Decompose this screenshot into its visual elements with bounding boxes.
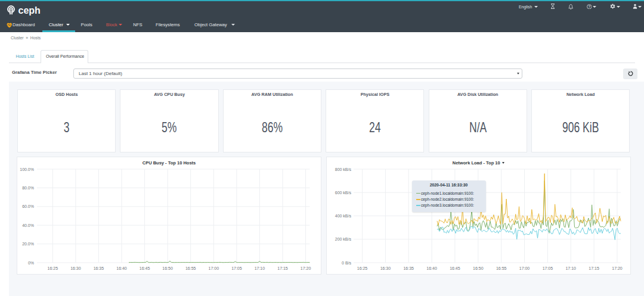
svg-text:17:00: 17:00 xyxy=(209,266,219,270)
svg-text:16:35: 16:35 xyxy=(94,266,104,270)
svg-text:0 B/s: 0 B/s xyxy=(342,261,351,265)
svg-text:80.0%: 80.0% xyxy=(22,186,34,190)
svg-text:17:10: 17:10 xyxy=(565,266,576,270)
svg-text:16:55: 16:55 xyxy=(496,266,506,270)
svg-text:17:05: 17:05 xyxy=(542,266,553,270)
svg-text:16:25: 16:25 xyxy=(48,266,58,270)
svg-text:400 kB/s: 400 kB/s xyxy=(335,214,351,218)
svg-text:40.0%: 40.0% xyxy=(22,223,34,228)
svg-text:17:05: 17:05 xyxy=(231,266,242,270)
svg-text:16:35: 16:35 xyxy=(403,266,414,270)
svg-text:100.0%: 100.0% xyxy=(20,167,34,172)
svg-text:16:45: 16:45 xyxy=(140,266,150,270)
svg-text:16:30: 16:30 xyxy=(380,266,391,270)
svg-text:16:50: 16:50 xyxy=(473,266,484,270)
svg-text:800 kB/s: 800 kB/s xyxy=(335,167,351,172)
svg-text:60.0%: 60.0% xyxy=(22,204,34,208)
svg-text:16:25: 16:25 xyxy=(357,266,367,270)
svg-text:16:40: 16:40 xyxy=(426,266,437,270)
svg-text:17:15: 17:15 xyxy=(589,266,599,270)
svg-text:200 kB/s: 200 kB/s xyxy=(335,237,351,241)
svg-text:17:15: 17:15 xyxy=(277,266,288,270)
svg-text:16:45: 16:45 xyxy=(450,266,460,270)
svg-text:600 kB/s: 600 kB/s xyxy=(335,191,351,195)
svg-text:?: ? xyxy=(588,5,590,8)
svg-text:20.0%: 20.0% xyxy=(22,242,34,246)
svg-text:0%: 0% xyxy=(28,261,34,265)
svg-text:17:20: 17:20 xyxy=(612,266,623,270)
svg-text:17:00: 17:00 xyxy=(519,266,530,270)
svg-text:17:20: 17:20 xyxy=(301,266,311,270)
svg-text:16:55: 16:55 xyxy=(185,266,196,270)
svg-text:16:40: 16:40 xyxy=(116,266,127,270)
svg-text:16:30: 16:30 xyxy=(70,266,81,270)
svg-text:16:50: 16:50 xyxy=(162,266,173,270)
svg-text:17:10: 17:10 xyxy=(255,266,265,270)
